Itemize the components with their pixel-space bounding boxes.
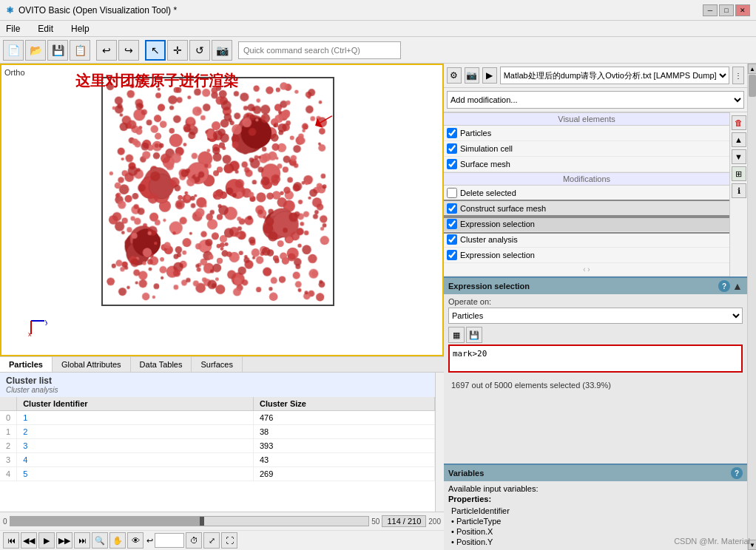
pipeline-source-select[interactable]: Matlab处理后的dump请导入Ovtio分析.txt [LAMMPS Dum… (500, 67, 729, 84)
save-button[interactable]: 💾 (47, 40, 68, 61)
simulation-cell-checkbox[interactable] (447, 143, 457, 154)
pipeline-item-surface-mesh[interactable]: Surface mesh (444, 157, 729, 172)
save-as-button[interactable]: 📋 (70, 40, 90, 61)
move-tool[interactable]: ✛ (167, 40, 188, 61)
properties-button[interactable]: ⊞ (732, 166, 746, 181)
zoom-button[interactable]: 🔍 (92, 532, 108, 549)
render-icon[interactable]: ▶ (482, 67, 497, 84)
command-search-input[interactable] (238, 41, 401, 59)
pipeline-item-particles[interactable]: Particles (444, 126, 729, 141)
right-column: ⚙ 📷 ▶ Matlab处理后的dump请导入Ovtio分析.txt [LAMM… (444, 64, 756, 550)
expression-selection-2-checkbox[interactable] (447, 250, 457, 260)
bottom-scrollbar[interactable] (435, 373, 444, 512)
table-scroll[interactable]: Cluster Identifier Cluster Size 0 1 476 … (0, 397, 435, 512)
boolean-expression-input[interactable]: mark>20 (448, 344, 743, 373)
pipeline-item-expression-selection-2[interactable]: Expression selection (444, 248, 729, 263)
timeline-bar[interactable] (10, 516, 370, 526)
expression-selection-title: Expression selection (448, 282, 718, 291)
expression-selection-1-checkbox[interactable] (447, 219, 457, 229)
bottom-panel: Particles Global Attributes Data Tables … (0, 356, 444, 512)
menu-edit[interactable]: Edit (35, 22, 56, 35)
scroll-up-arrow[interactable]: ▲ (748, 64, 756, 74)
play-next-button[interactable]: ▶▶ (56, 532, 72, 549)
pipeline-item-simulation-cell[interactable]: Simulation cell (444, 141, 729, 157)
main-content: Ortho 这里对团簇原子进行渲染 ➝ y x Particles (0, 64, 756, 550)
pipeline-item-delete-selected[interactable]: Delete selected (444, 186, 729, 201)
play-first-button[interactable]: ⏮ (3, 532, 19, 549)
pipeline-header: ⚙ 📷 ▶ Matlab处理后的dump请导入Ovtio分析.txt [LAMM… (444, 64, 747, 88)
cluster-id: 4 (17, 453, 254, 467)
scroll-thumb[interactable] (749, 75, 756, 97)
frame-arrow-icon: ↩ (146, 536, 153, 546)
save-expr-button[interactable]: 💾 (466, 327, 482, 343)
row-index: 2 (0, 439, 17, 453)
timeline-area: 0 50 114 / 210 200 ⏮ ◀◀ ▶ ▶▶ ⏭ 🔍 ✋ 👁 (0, 512, 444, 550)
delete-selected-checkbox[interactable] (447, 188, 457, 198)
redo-button[interactable]: ↪ (118, 40, 139, 61)
timeline-thumb[interactable] (200, 517, 204, 526)
construct-surface-mesh-checkbox[interactable] (447, 203, 457, 214)
select-tool[interactable]: ↖ (145, 40, 166, 61)
table-view-button[interactable]: ▦ (448, 327, 465, 343)
cluster-table-body: 0 1 476 1 2 38 2 3 393 3 4 43 4 5 269 (0, 411, 435, 481)
tab-particles[interactable]: Particles (0, 357, 53, 372)
table-row[interactable]: 4 5 269 (0, 467, 435, 481)
pipeline-item-cluster-analysis[interactable]: Cluster analysis (444, 232, 729, 248)
open-button[interactable]: 📂 (25, 40, 46, 61)
timeline-mid-label: 50 (371, 517, 379, 526)
pipeline-icon[interactable]: ⚙ (447, 67, 462, 84)
undo-button[interactable]: ↩ (96, 40, 117, 61)
clock-button[interactable]: ⏱ (186, 532, 202, 549)
table-row[interactable]: 2 3 393 (0, 439, 435, 453)
tab-surfaces[interactable]: Surfaces (192, 357, 242, 372)
table-row[interactable]: 0 1 476 (0, 411, 435, 425)
camera-icon[interactable]: 📷 (465, 67, 479, 84)
eye-button[interactable]: 👁 (127, 532, 144, 549)
scroll-down-arrow[interactable]: ▼ (748, 540, 756, 550)
add-modification-select[interactable]: Add modification... (447, 91, 744, 109)
table-row[interactable]: 3 4 43 (0, 453, 435, 467)
operate-on-select[interactable]: Particles (448, 308, 743, 324)
play-last-button[interactable]: ⏭ (74, 532, 90, 549)
viewport[interactable]: Ortho 这里对团簇原子进行渲染 ➝ y x (0, 64, 444, 356)
expression-expand-button[interactable]: ▲ (732, 281, 743, 291)
frame-input[interactable]: 114 (155, 533, 184, 548)
tab-global-attributes[interactable]: Global Attributes (53, 357, 131, 372)
tab-data-tables[interactable]: Data Tables (131, 357, 192, 372)
surface-mesh-checkbox[interactable] (447, 159, 457, 169)
expression-help-button[interactable]: ? (718, 280, 730, 292)
col-index (0, 397, 17, 411)
expression-selection-body: Operate on: Particles ▦ 💾 mark>20 1697 o… (444, 294, 747, 464)
right-scrollbar[interactable]: ▲ ▼ (747, 64, 756, 550)
particles-checkbox[interactable] (447, 128, 457, 138)
pan-button[interactable]: ✋ (109, 532, 126, 549)
fullscreen-button[interactable]: ⛶ (221, 532, 237, 549)
expand-button[interactable]: ⤢ (203, 532, 220, 549)
pipeline-item-construct-surface-mesh[interactable]: Construct surface mesh (444, 201, 729, 217)
play-prev-button[interactable]: ◀◀ (21, 532, 37, 549)
delete-tool-button[interactable]: 🗑 (732, 115, 746, 130)
pipeline-item-expression-selection-1[interactable]: Expression selection (444, 217, 729, 232)
close-button[interactable]: ✕ (735, 4, 750, 16)
menu-file[interactable]: File (3, 22, 23, 35)
menu-help[interactable]: Help (68, 22, 92, 35)
pipeline-list: Visual elements Particles Simulation cel… (444, 112, 729, 276)
row-index: 4 (0, 467, 17, 481)
play-button[interactable]: ▶ (38, 532, 55, 549)
cluster-analysis-checkbox[interactable] (447, 234, 457, 245)
playback-controls: ⏮ ◀◀ ▶ ▶▶ ⏭ 🔍 ✋ 👁 ↩ 114 ⏱ ⤢ ⛶ (0, 531, 444, 550)
pipeline-menu-button[interactable]: ⋮ (732, 67, 744, 84)
cluster-size: 38 (253, 425, 434, 439)
variables-help-button[interactable]: ? (731, 467, 743, 479)
move-down-button[interactable]: ▼ (732, 149, 746, 164)
delete-selected-label: Delete selected (460, 189, 726, 197)
screenshot-tool[interactable]: 📷 (212, 40, 232, 61)
info-button[interactable]: ℹ (732, 183, 746, 198)
table-row[interactable]: 1 2 38 (0, 425, 435, 439)
maximize-button[interactable]: □ (719, 4, 734, 16)
new-button[interactable]: 📄 (3, 40, 24, 61)
minimize-button[interactable]: ─ (703, 4, 718, 16)
scroll-thumb-area[interactable] (748, 74, 756, 540)
move-up-button[interactable]: ▲ (732, 132, 746, 147)
reset-tool[interactable]: ↺ (189, 40, 210, 61)
